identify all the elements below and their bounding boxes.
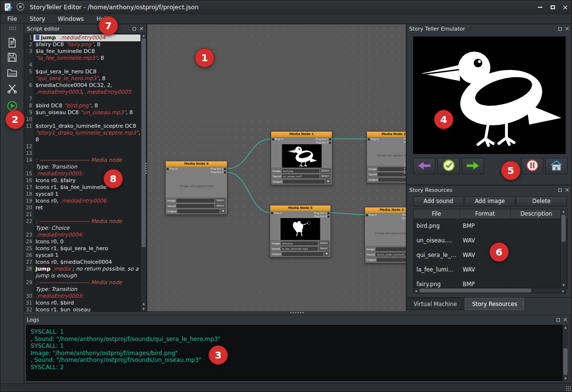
code-line[interactable]: $fairy DC8 "fairy.png", 8 — [34, 41, 140, 48]
menu-windows[interactable]: Windows — [57, 16, 85, 22]
add-sound-button[interactable]: Add sound — [413, 196, 464, 206]
scroll-up-icon[interactable]: ▲ — [141, 33, 146, 38]
plug-in-port[interactable]: Plug In — [366, 213, 377, 220]
code-line[interactable]: $un_oiseau DC8 "un_oiseau.mp3", 8 — [34, 109, 140, 116]
code-line[interactable] — [34, 150, 140, 157]
node-output-dropdown[interactable]: ▼ — [326, 179, 330, 184]
code-line[interactable]: Type: Transition — [34, 286, 140, 293]
table-row[interactable]: un_oiseau.mp3WAV — [414, 234, 567, 248]
code-line[interactable]: jump is enough — [34, 273, 140, 279]
scroll-left-icon[interactable]: ◀ — [414, 288, 418, 293]
node-field-value[interactable] — [378, 167, 406, 171]
table-hscrollbar[interactable]: ◀ ▶ — [413, 288, 566, 293]
node-graph-canvas[interactable]: Media Node 4 Plug InPlug Out 1 Plug Out … — [147, 24, 406, 312]
splitter-handle[interactable] — [290, 311, 304, 314]
code-line[interactable] — [34, 62, 140, 68]
close-button[interactable]: × — [560, 2, 571, 12]
code-line[interactable]: .mediaEntry0005: — [34, 170, 140, 177]
scroll-up-icon[interactable]: ▲ — [561, 209, 566, 214]
node-title[interactable]: Media Node 4 — [166, 161, 227, 167]
close-icon[interactable]: × — [565, 187, 570, 193]
node-select-button[interactable]: Select — [320, 174, 330, 178]
table-row[interactable]: bird.pngBMP — [414, 219, 567, 234]
code-line[interactable]: $bird DC8 "bird.png", 8 — [34, 102, 140, 109]
emulator-header[interactable]: Story Teller Emulator × — [407, 24, 572, 33]
close-icon[interactable]: × — [563, 317, 568, 323]
table-vscrollbar[interactable]: ▲ ▼ — [560, 209, 566, 288]
logs-header[interactable]: Logs × — [24, 315, 570, 324]
code-line[interactable]: Icons r1, $la_fee_luminelle — [34, 184, 140, 191]
code-line[interactable]: $la_fee_luminelle DC8 — [34, 48, 140, 55]
scroll-up-icon[interactable]: ▲ — [141, 301, 146, 306]
node-title[interactable]: Media Node 2 — [367, 132, 406, 137]
float-icon[interactable] — [558, 25, 562, 32]
plug-in-port[interactable]: Plug In — [271, 211, 282, 218]
resize-grip[interactable] — [566, 386, 571, 391]
node-field-value[interactable]: bird.png — [282, 169, 319, 173]
code-line[interactable]: syscall 1 — [34, 252, 140, 259]
menu-file[interactable]: File — [6, 16, 18, 22]
code-line[interactable]: Icons r0, .mediaEntry0006 — [34, 198, 140, 205]
logs-output[interactable]: SYSCALL: 1, Sound: "/home/anthony/ostpro… — [26, 325, 562, 381]
code-line[interactable]: ; -------------------------- Media node — [34, 279, 140, 286]
node-field-value[interactable]: story1_drako_luminelle_sceptre.mp3 — [376, 253, 405, 256]
code-line[interactable]: Icons r0, $fairy — [34, 177, 140, 184]
code-line[interactable]: .mediaEntry0003, .mediaEntry0005 — [34, 89, 140, 96]
scrollbar-thumb[interactable] — [561, 215, 566, 242]
next-button[interactable] — [462, 158, 484, 174]
plug-out-port[interactable]: Plug Out 1 — [210, 167, 226, 170]
code-line[interactable]: syscall 1 — [34, 191, 140, 198]
code-line[interactable]: "la_fee_luminelle.mp3", 8 — [34, 55, 140, 62]
code-line[interactable]: ; -------------------------- Media node — [34, 218, 140, 225]
minimize-button[interactable] — [535, 2, 545, 12]
column-header[interactable]: File — [414, 209, 460, 219]
maximize-button[interactable] — [547, 2, 558, 12]
pause-button[interactable] — [521, 158, 543, 174]
node-field-value[interactable] — [379, 178, 406, 182]
code-line[interactable]: "story1_drako_luminelle_sceptre.mp3", — [34, 130, 140, 136]
code-line[interactable]: ; -------------------------- Media node — [34, 157, 140, 164]
column-header[interactable]: Description — [511, 209, 562, 219]
close-icon[interactable]: × — [565, 26, 570, 32]
node-select-button[interactable]: Select — [215, 204, 225, 208]
scrollbar-thumb[interactable] — [141, 38, 146, 247]
code-line[interactable]: "qui_sera_le_hero.mp3", 8 — [34, 75, 140, 82]
logs-scrollbar[interactable]: ▲ ▼ — [562, 325, 568, 381]
code-line[interactable]: 8 — [34, 136, 140, 143]
code-line[interactable]: $qui_sera_le_hero DC8 — [34, 68, 140, 75]
node-field-value[interactable]: un_oiseau.mp3 — [282, 174, 319, 178]
plug-out-port[interactable]: Plug Out 2 — [402, 217, 406, 220]
ok-button[interactable] — [437, 158, 460, 174]
node-field-value[interactable]: fairy.png — [281, 241, 317, 245]
code-line[interactable]: .mediaEntry0004: — [34, 232, 140, 239]
node-field-value[interactable] — [176, 204, 214, 208]
float-icon[interactable] — [133, 25, 136, 32]
scroll-down-icon[interactable]: ▼ — [141, 307, 146, 311]
previous-button[interactable] — [413, 158, 435, 174]
splitter-handle[interactable] — [403, 162, 406, 174]
code-line[interactable] — [34, 143, 140, 150]
table-row[interactable]: la_fee_luminelle.mp3WAV — [414, 263, 567, 277]
code-line[interactable]: jump .mediaEntry0004 — [34, 34, 140, 41]
graph-node[interactable]: Media Node 3 Plug InPlug Out 1 Plug Out … — [364, 207, 406, 263]
script-editor-header[interactable]: Script editor × — [24, 24, 146, 33]
graph-node[interactable]: Media Node 4 Plug InPlug Out 1 Plug Out … — [165, 161, 227, 215]
code-line[interactable]: jump .media ; no return possible, so a — [34, 266, 140, 273]
save-button[interactable] — [4, 50, 20, 65]
graph-node[interactable]: Media Node 2 Plug InPlug Out 1 Plug Out … — [366, 131, 406, 183]
delete-button[interactable]: Delete — [516, 196, 567, 206]
table-row[interactable]: fairy.pngBMP — [414, 277, 567, 289]
code-line[interactable]: Icons r0, $bird — [34, 300, 140, 307]
add-image-button[interactable]: Add image — [465, 196, 515, 206]
code-line[interactable]: Icons r0, $mediaChoice0004 — [34, 259, 140, 266]
column-header[interactable]: Format — [460, 209, 511, 219]
code-line[interactable]: $mediaChoice0004 DC32, 2, — [34, 82, 140, 89]
tab-virtual-machine[interactable]: Virtual Machine — [407, 298, 464, 310]
plug-out-port[interactable]: Plug Out 2 — [210, 170, 226, 173]
plug-out-port[interactable]: Plug Out 2 — [314, 215, 329, 218]
scrollbar-thumb[interactable] — [419, 289, 531, 292]
code-line[interactable] — [34, 211, 140, 218]
code-line[interactable]: $story1_drako_luminelle_sceptre DC8 — [34, 123, 140, 130]
float-icon[interactable] — [556, 316, 560, 323]
plug-in-port[interactable]: Plug In — [167, 167, 178, 173]
